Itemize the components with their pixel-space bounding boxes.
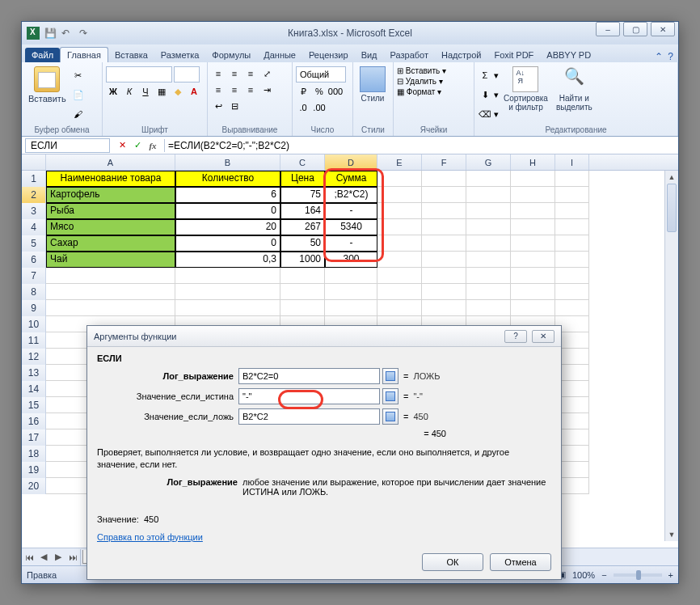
dialog-help-link[interactable]: Справка по этой функции: [97, 532, 203, 542]
column-header[interactable]: B: [175, 154, 280, 170]
column-header[interactable]: F: [422, 154, 466, 170]
merge-icon[interactable]: ⊟: [227, 99, 242, 113]
cell[interactable]: [377, 203, 422, 219]
zoom-in-icon[interactable]: +: [668, 570, 673, 580]
cell[interactable]: [422, 252, 466, 268]
cell[interactable]: [511, 219, 555, 235]
ribbon-tab[interactable]: Разметка: [154, 48, 206, 62]
row-header[interactable]: 20: [22, 478, 46, 494]
sheet-nav-prev-icon[interactable]: ◀: [36, 549, 51, 565]
cell[interactable]: [422, 187, 466, 203]
ribbon-tab[interactable]: Формулы: [205, 48, 257, 62]
scroll-down-icon[interactable]: ▼: [665, 528, 678, 541]
cell[interactable]: -: [325, 203, 377, 219]
zoom-out-icon[interactable]: −: [601, 570, 606, 580]
fill-icon[interactable]: ◆: [171, 84, 185, 99]
underline-icon[interactable]: Ч: [138, 84, 153, 99]
minimize-ribbon-icon[interactable]: ⌃: [655, 51, 663, 62]
close-button[interactable]: ✕: [651, 22, 675, 36]
ribbon-tab[interactable]: Вставка: [108, 48, 154, 62]
cell[interactable]: [555, 187, 589, 203]
cell[interactable]: [511, 300, 555, 316]
row-header[interactable]: 7: [22, 268, 46, 284]
cell[interactable]: Картофель: [46, 187, 175, 203]
cell[interactable]: Сумма: [325, 171, 377, 187]
align-center-icon[interactable]: ≡: [227, 82, 242, 97]
scrollbar-vertical[interactable]: ▲ ▼: [664, 171, 678, 541]
row-header[interactable]: 17: [22, 429, 46, 446]
cell[interactable]: 0,3: [175, 252, 280, 268]
cut-icon[interactable]: ✂: [71, 68, 86, 82]
dialog-cancel-button[interactable]: Отмена: [490, 553, 551, 571]
range-select-button[interactable]: [382, 408, 398, 425]
cell[interactable]: [280, 284, 325, 300]
arg-input[interactable]: [238, 388, 380, 404]
scroll-up-icon[interactable]: ▲: [665, 171, 678, 184]
row-header[interactable]: 1: [22, 171, 46, 187]
cell[interactable]: 300: [325, 252, 377, 268]
fill-down-icon[interactable]: ⬇: [478, 87, 492, 102]
row-header[interactable]: 3: [22, 203, 46, 219]
column-header[interactable]: H: [511, 154, 555, 170]
cell[interactable]: [555, 252, 589, 268]
row-header[interactable]: 15: [22, 397, 46, 413]
cell[interactable]: Цена: [280, 171, 325, 187]
formula-input[interactable]: =ЕСЛИ(B2*C2=0;"-";B2*C2): [164, 139, 678, 152]
cell[interactable]: [46, 268, 175, 284]
arg-input[interactable]: [238, 408, 380, 425]
cell[interactable]: [466, 187, 511, 203]
cell[interactable]: 50: [280, 235, 325, 252]
row-header[interactable]: 9: [22, 300, 46, 316]
cell[interactable]: [511, 203, 555, 219]
border-icon[interactable]: ▦: [154, 84, 169, 99]
cell[interactable]: Чай: [46, 252, 175, 268]
column-header[interactable]: D: [325, 154, 377, 170]
row-header[interactable]: 16: [22, 413, 46, 429]
cell[interactable]: [377, 187, 422, 203]
zoom-slider[interactable]: [614, 573, 662, 577]
paste-button[interactable]: Вставить: [25, 66, 70, 104]
copy-icon[interactable]: 📄: [71, 87, 86, 102]
sheet-nav-last-icon[interactable]: ⏭: [65, 549, 80, 565]
ribbon-tab[interactable]: Foxit PDF: [487, 48, 540, 62]
row-header[interactable]: 6: [22, 252, 46, 268]
scroll-thumb[interactable]: [667, 184, 677, 232]
cell[interactable]: [466, 219, 511, 235]
sort-filter-button[interactable]: A↓ЯСортировка и фильтр: [500, 66, 551, 112]
cell[interactable]: [422, 203, 466, 219]
undo-icon[interactable]: ↶: [61, 28, 73, 39]
cell[interactable]: [325, 300, 377, 316]
font-size-select[interactable]: [174, 66, 200, 82]
dialog-ok-button[interactable]: ОК: [422, 553, 483, 571]
align-middle-icon[interactable]: ≡: [227, 66, 242, 81]
cell[interactable]: 0: [175, 203, 280, 219]
wrap-icon[interactable]: ↩: [211, 99, 226, 113]
clear-icon[interactable]: ⌫: [478, 107, 492, 121]
cell[interactable]: Рыба: [46, 203, 175, 219]
dialog-close-button[interactable]: ✕: [532, 330, 555, 343]
cell[interactable]: [555, 300, 589, 316]
cell[interactable]: -: [325, 235, 377, 252]
cell[interactable]: [175, 268, 280, 284]
cell[interactable]: [555, 268, 589, 284]
cell[interactable]: [555, 284, 589, 300]
cell[interactable]: 267: [280, 219, 325, 235]
orientation-icon[interactable]: ⤢: [259, 66, 274, 81]
fx-icon[interactable]: fx: [146, 139, 159, 152]
cell[interactable]: [466, 268, 511, 284]
range-select-button[interactable]: [382, 368, 398, 384]
cell[interactable]: [466, 300, 511, 316]
tab-file[interactable]: Файл: [25, 48, 60, 62]
ribbon-tab[interactable]: ABBYY PD: [540, 48, 597, 62]
row-header[interactable]: 18: [22, 446, 46, 462]
column-header[interactable]: I: [555, 154, 589, 170]
cell[interactable]: [175, 284, 280, 300]
cells-delete-button[interactable]: ⊟ Удалить ▾: [397, 77, 443, 86]
cell[interactable]: [466, 284, 511, 300]
cell[interactable]: [511, 187, 555, 203]
cell[interactable]: [511, 268, 555, 284]
row-header[interactable]: 11: [22, 332, 46, 349]
format-painter-icon[interactable]: 🖌: [71, 107, 86, 121]
cell[interactable]: [377, 235, 422, 252]
cell[interactable]: Сахар: [46, 235, 175, 252]
